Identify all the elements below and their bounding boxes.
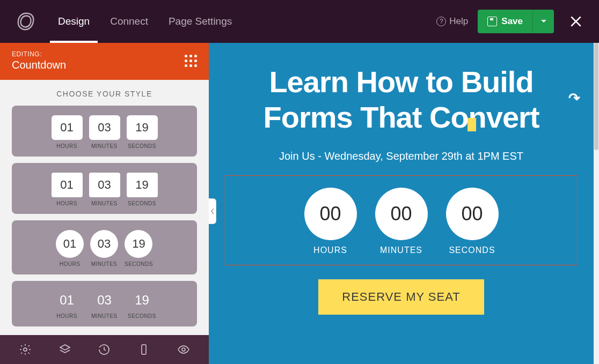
style-option-rounded[interactable]: 01HOURS 03MINUTES 19SECONDS xyxy=(12,106,197,157)
close-icon xyxy=(569,14,583,28)
save-icon xyxy=(487,17,497,26)
close-button[interactable] xyxy=(569,14,583,28)
preview-icon[interactable] xyxy=(177,343,190,356)
main: EDITING: Countdown CHOOSE YOUR STYLE 01H… xyxy=(0,43,599,364)
cursor-decoration-icon: ↷ xyxy=(568,90,580,107)
chevron-down-icon xyxy=(540,19,547,24)
history-icon[interactable] xyxy=(98,343,111,356)
tab-page-settings[interactable]: Page Settings xyxy=(169,0,232,43)
style-option-square[interactable]: 01HOURS 03MINUTES 19SECONDS xyxy=(12,163,197,214)
countdown-element-selected[interactable]: 00HOURS 00MINUTES 00SECONDS xyxy=(225,175,578,265)
sidebar-bottom-toolbar xyxy=(0,335,209,364)
topbar-right: ? Help Save xyxy=(436,10,583,33)
chevron-left-icon xyxy=(210,208,215,214)
sidebar: EDITING: Countdown CHOOSE YOUR STYLE 01H… xyxy=(0,43,209,364)
canvas-page[interactable]: Learn How to Build Forms That Convert ↷ … xyxy=(209,43,594,364)
headline-line-1: Learn How to Build xyxy=(269,65,533,99)
save-label: Save xyxy=(501,16,523,27)
topbar: Design Connect Page Settings ? Help Save xyxy=(0,0,599,43)
text-caret xyxy=(467,118,476,131)
device-icon[interactable] xyxy=(137,343,150,356)
cta-button[interactable]: RESERVE MY SEAT xyxy=(318,279,484,315)
save-button[interactable]: Save xyxy=(478,10,532,33)
editing-label: EDITING: xyxy=(12,50,66,58)
canvas-scrollbar[interactable] xyxy=(594,43,599,364)
styles-title: CHOOSE YOUR STYLE xyxy=(0,80,209,106)
svg-point-5 xyxy=(182,348,185,351)
tab-connect[interactable]: Connect xyxy=(110,0,148,43)
help-icon: ? xyxy=(436,17,446,26)
save-group: Save xyxy=(478,10,554,33)
help-label: Help xyxy=(449,16,468,27)
help-link[interactable]: ? Help xyxy=(436,16,468,27)
headline-line-2: Forms That Convert xyxy=(263,100,539,134)
app-logo xyxy=(16,11,36,32)
style-chooser: CHOOSE YOUR STYLE 01HOURS 03MINUTES 19SE… xyxy=(0,80,209,335)
drag-handle-icon[interactable] xyxy=(185,55,197,67)
settings-icon[interactable] xyxy=(19,343,32,356)
element-name: Countdown xyxy=(12,59,66,71)
headline[interactable]: Learn How to Build Forms That Convert ↷ xyxy=(225,64,578,135)
canvas-scrollbar-thumb[interactable] xyxy=(594,43,598,150)
canvas[interactable]: Learn How to Build Forms That Convert ↷ … xyxy=(209,43,599,364)
top-tabs: Design Connect Page Settings xyxy=(58,0,232,43)
sidebar-header: EDITING: Countdown xyxy=(0,43,209,80)
sidebar-collapse-handle[interactable] xyxy=(209,198,216,224)
svg-rect-3 xyxy=(142,345,146,354)
style-option-circle[interactable]: 01HOURS 03MINUTES 19SECONDS xyxy=(12,220,197,274)
subheadline[interactable]: Join Us - Wednesday, September 29th at 1… xyxy=(225,150,578,162)
tab-design[interactable]: Design xyxy=(58,0,90,43)
svg-point-2 xyxy=(24,348,27,351)
save-dropdown-button[interactable] xyxy=(532,10,554,33)
style-option-none[interactable]: 01HOURS 03MINUTES 19SECONDS xyxy=(12,281,197,326)
layers-icon[interactable] xyxy=(59,343,71,356)
